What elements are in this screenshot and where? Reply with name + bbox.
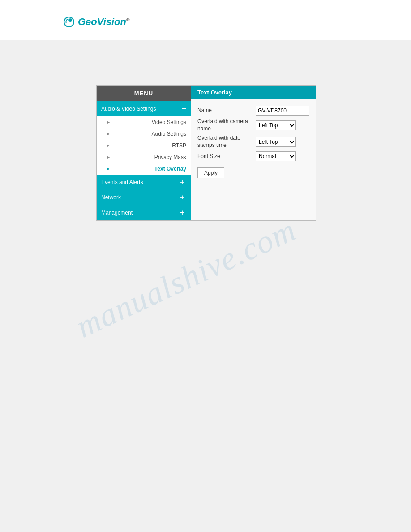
plus-icon-events: + xyxy=(178,178,186,186)
tab-text-overlay-label: Text Overlay xyxy=(197,89,232,96)
sidebar-item-rtsp-label: RTSP xyxy=(172,142,186,149)
page-content: MENU Audio & Video Settings − ► Video Se… xyxy=(0,40,411,532)
sidebar-item-video-settings[interactable]: ► Video Settings xyxy=(97,116,191,128)
date-stamp-select[interactable]: Left Top Right Top Left Bottom Right Bot… xyxy=(256,137,296,147)
sidebar-item-privacy-mask-label: Privacy Mask xyxy=(154,154,186,160)
sidebar-item-rtsp[interactable]: ► RTSP xyxy=(97,140,191,151)
geovision-logo-icon xyxy=(63,16,75,28)
menu-header: MENU xyxy=(97,86,191,101)
sidebar-item-network-label: Network xyxy=(101,194,121,201)
logo: GeoVision® xyxy=(63,16,129,28)
apply-row: Apply xyxy=(197,164,309,178)
apply-button[interactable]: Apply xyxy=(197,167,224,178)
date-stamp-label: Overlaid with date stamps time xyxy=(197,135,256,149)
minus-icon: − xyxy=(181,105,186,113)
sidebar-item-privacy-mask[interactable]: ► Privacy Mask xyxy=(97,151,191,163)
logo-text: GeoVision® xyxy=(78,16,129,28)
sub-arrow-privacy: ► xyxy=(107,155,111,159)
sidebar-item-audio-settings-label: Audio Settings xyxy=(152,131,186,137)
sub-arrow-text-overlay: ► xyxy=(107,167,111,171)
name-input[interactable] xyxy=(256,106,309,116)
svg-point-0 xyxy=(64,17,74,27)
sidebar-item-management[interactable]: Management + xyxy=(97,205,191,220)
logo-area: GeoVision® xyxy=(0,0,411,40)
sidebar: MENU Audio & Video Settings − ► Video Se… xyxy=(97,86,191,220)
sub-arrow-rtsp: ► xyxy=(107,143,111,148)
logo-reg: ® xyxy=(126,17,129,22)
tab-text-overlay[interactable]: Text Overlay xyxy=(191,86,316,99)
logo-geo: GeoVision xyxy=(78,16,126,27)
form-row-camera-name: Overlaid with camera name Left Top Right… xyxy=(197,118,309,132)
camera-name-label: Overlaid with camera name xyxy=(197,118,256,132)
font-size-label: Font Size xyxy=(197,153,256,160)
form-row-name: Name xyxy=(197,106,309,116)
sidebar-item-audio-video[interactable]: Audio & Video Settings − xyxy=(97,101,191,116)
sidebar-item-events-alerts[interactable]: Events and Alerts + xyxy=(97,175,191,190)
sidebar-item-audio-video-label: Audio & Video Settings xyxy=(101,106,156,112)
font-size-select[interactable]: Normal Large Small xyxy=(256,151,296,161)
sidebar-item-audio-settings[interactable]: ► Audio Settings xyxy=(97,128,191,140)
svg-point-1 xyxy=(68,18,72,22)
main-panel: MENU Audio & Video Settings − ► Video Se… xyxy=(96,85,316,221)
camera-name-select[interactable]: Left Top Right Top Left Bottom Right Bot… xyxy=(256,120,296,130)
sidebar-item-management-label: Management xyxy=(101,210,133,216)
sub-arrow-audio: ► xyxy=(107,132,111,136)
plus-icon-network: + xyxy=(178,193,186,202)
content-area: Text Overlay Name Overlaid with camera n… xyxy=(191,86,316,220)
plus-icon-management: + xyxy=(178,209,186,217)
content-body: Name Overlaid with camera name Left Top … xyxy=(191,99,316,184)
name-label: Name xyxy=(197,107,256,114)
sidebar-item-text-overlay-label: Text Overlay xyxy=(154,166,186,172)
sidebar-item-network[interactable]: Network + xyxy=(97,190,191,205)
sidebar-item-text-overlay[interactable]: ► Text Overlay xyxy=(97,163,191,175)
sidebar-item-video-settings-label: Video Settings xyxy=(152,119,186,125)
sub-arrow-video: ► xyxy=(107,120,111,124)
sidebar-item-events-alerts-label: Events and Alerts xyxy=(101,179,143,185)
form-row-font-size: Font Size Normal Large Small xyxy=(197,151,309,161)
form-row-date-stamp: Overlaid with date stamps time Left Top … xyxy=(197,135,309,149)
